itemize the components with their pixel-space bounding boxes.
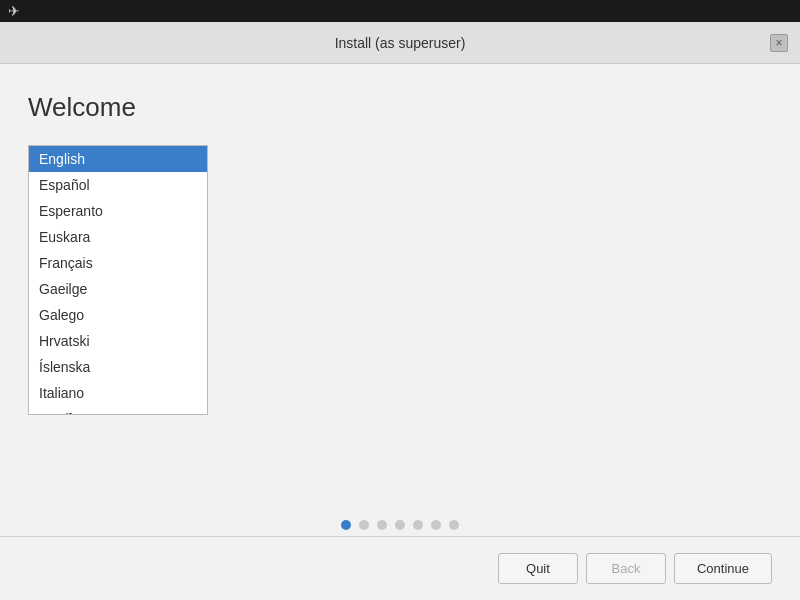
list-item[interactable]: Kurdî bbox=[29, 406, 207, 415]
progress-dot bbox=[449, 520, 459, 530]
progress-dot bbox=[377, 520, 387, 530]
footer: Quit Back Continue bbox=[0, 536, 800, 600]
list-item[interactable]: Euskara bbox=[29, 224, 207, 250]
list-item[interactable]: Français bbox=[29, 250, 207, 276]
progress-dots bbox=[0, 520, 800, 530]
list-item[interactable]: Galego bbox=[29, 302, 207, 328]
list-item[interactable]: Español bbox=[29, 172, 207, 198]
continue-button[interactable]: Continue bbox=[674, 553, 772, 584]
progress-dot bbox=[431, 520, 441, 530]
back-button[interactable]: Back bbox=[586, 553, 666, 584]
quit-button[interactable]: Quit bbox=[498, 553, 578, 584]
window-title: Install (as superuser) bbox=[335, 35, 466, 51]
progress-dot bbox=[359, 520, 369, 530]
list-item[interactable]: English bbox=[29, 146, 207, 172]
list-item[interactable]: Íslenska bbox=[29, 354, 207, 380]
list-item[interactable]: Italiano bbox=[29, 380, 207, 406]
footer-buttons: Quit Back Continue bbox=[0, 537, 800, 600]
taskbar-icon: ✈ bbox=[8, 3, 20, 19]
taskbar: ✈ bbox=[0, 0, 800, 22]
progress-dot bbox=[413, 520, 423, 530]
list-item[interactable]: Hrvatski bbox=[29, 328, 207, 354]
language-list[interactable]: EnglishEspañolEsperantoEuskaraFrançaisGa… bbox=[28, 145, 208, 415]
progress-dot bbox=[395, 520, 405, 530]
main-content: Welcome EnglishEspañolEsperantoEuskaraFr… bbox=[0, 64, 800, 415]
progress-dot bbox=[341, 520, 351, 530]
list-item[interactable]: Esperanto bbox=[29, 198, 207, 224]
list-item[interactable]: Gaeilge bbox=[29, 276, 207, 302]
page-title: Welcome bbox=[28, 92, 772, 123]
close-button[interactable]: × bbox=[770, 34, 788, 52]
window: Install (as superuser) × Welcome English… bbox=[0, 22, 800, 600]
titlebar: Install (as superuser) × bbox=[0, 22, 800, 64]
